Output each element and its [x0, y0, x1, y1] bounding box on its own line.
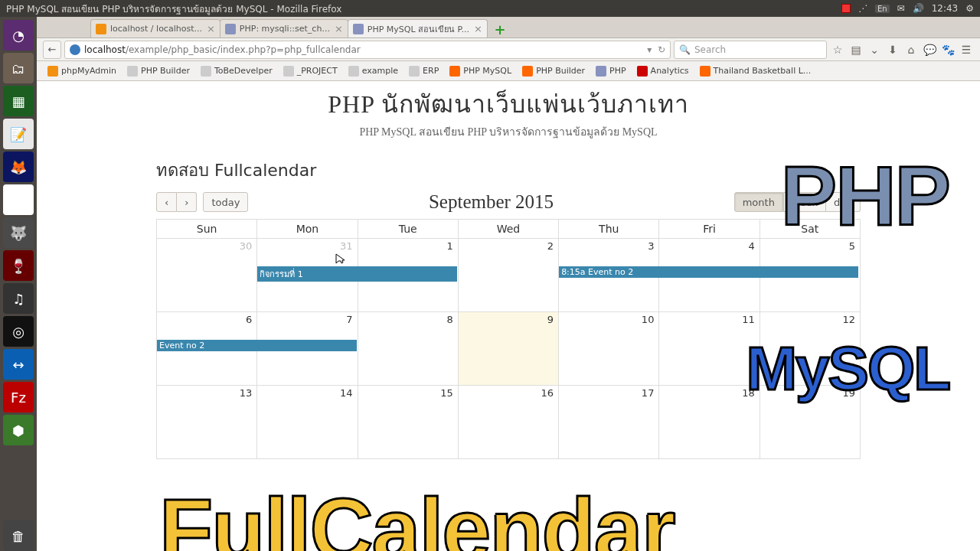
gear-icon[interactable]: ⚙: [965, 3, 974, 14]
url-bar[interactable]: localhost/example/php_basic/index.php?p=…: [64, 41, 671, 59]
back-button[interactable]: ←: [43, 41, 61, 59]
bookmark-item[interactable]: phpMyAdmin: [43, 64, 121, 78]
bookmark-item[interactable]: example: [344, 64, 403, 78]
bookmarks-bar: phpMyAdminPHP BuilderToBeDevelper_PROJEC…: [37, 61, 980, 81]
calendar-cell[interactable]: 6Event no 2: [157, 312, 257, 386]
chat-icon[interactable]: 💬: [922, 42, 937, 57]
calendar-cell[interactable]: 8: [358, 312, 458, 386]
calendar-event[interactable]: Event no 2: [157, 340, 357, 351]
calendar-toolbar: ‹ › today September 2015 month week day: [156, 191, 861, 213]
close-tab-icon[interactable]: ×: [335, 23, 343, 34]
calendar-event[interactable]: กิจกรรมที่ 1: [257, 266, 457, 282]
calendar-cell[interactable]: 17: [559, 386, 659, 459]
calendar-day-header: Sat: [760, 220, 860, 239]
wifi-icon[interactable]: ⋰: [858, 3, 867, 14]
bookmark-item[interactable]: PHP MySQL: [445, 64, 516, 78]
files-icon[interactable]: 🗂: [3, 53, 34, 83]
bookmark-item[interactable]: PHP Builder: [518, 64, 590, 78]
system-menubar: PHP MySQL สอนเขียน PHP บริหารจัดการฐานข้…: [0, 0, 980, 17]
record-icon[interactable]: [841, 4, 851, 13]
bookmark-item[interactable]: PHP Builder: [122, 64, 194, 78]
pocket-icon[interactable]: ⌄: [867, 42, 882, 57]
rings-icon[interactable]: ◎: [3, 316, 34, 347]
calendar-cell[interactable]: 15: [358, 386, 458, 459]
site-identity-icon: [70, 44, 80, 55]
downloads-icon[interactable]: ⬇: [885, 42, 900, 57]
audio-icon[interactable]: ♫: [3, 283, 34, 314]
window-title: PHP MySQL สอนเขียน PHP บริหารจัดการฐานข้…: [6, 2, 841, 16]
calendar-day-header: Tue: [358, 220, 458, 239]
chrome-icon[interactable]: ◉: [3, 184, 34, 215]
search-box[interactable]: 🔍 Search: [674, 41, 827, 59]
volume-icon[interactable]: 🔊: [913, 3, 924, 14]
view-day-button[interactable]: day: [826, 192, 861, 212]
overlay-fullcalendar: FullCalendar: [159, 479, 675, 551]
tab-strip: localhost / localhost...×PHP: mysqli::se…: [37, 17, 980, 38]
calendar-month-label: September 2015: [248, 191, 733, 213]
mail-icon[interactable]: ✉: [897, 3, 905, 14]
gimp-icon[interactable]: 🐺: [3, 217, 34, 248]
calendar-cell[interactable]: 14: [257, 386, 358, 459]
calendar-cell[interactable]: 2: [458, 239, 558, 312]
bookmark-item[interactable]: ToBeDevelper: [196, 64, 277, 78]
trash-icon[interactable]: 🗑: [3, 520, 34, 551]
close-tab-icon[interactable]: ×: [474, 23, 482, 34]
menu-icon[interactable]: ☰: [959, 42, 974, 57]
new-tab-button[interactable]: +: [492, 21, 508, 37]
system-indicators: ⋰ En ✉ 🔊 12:43 ⚙: [841, 3, 974, 14]
page-banner: PHP นักพัฒนาเว็บแพ่นเว้บภาเทา PHP MySQL …: [156, 81, 861, 146]
page-title: ทดสอบ Fullcalendar: [156, 157, 861, 184]
browser-window: localhost / localhost...×PHP: mysqli::se…: [37, 17, 980, 551]
calendar-cell[interactable]: 30: [157, 239, 257, 312]
browser-tab[interactable]: localhost / localhost...×: [90, 19, 220, 37]
bookmark-item[interactable]: ERP: [404, 64, 443, 78]
today-button[interactable]: today: [203, 192, 248, 212]
calendar-cell[interactable]: 38:15a Event no 2: [559, 239, 659, 312]
browser-tab[interactable]: PHP MySQL สอนเขียน P...×: [348, 19, 488, 37]
calendar-day-header: Wed: [458, 220, 558, 239]
search-icon: 🔍: [679, 44, 691, 55]
calendar-event[interactable]: 8:15a Event no 2: [559, 266, 858, 278]
home-icon[interactable]: ⌂: [903, 42, 919, 57]
bookmark-item[interactable]: PHP: [591, 64, 631, 78]
calendar-cell[interactable]: 13: [157, 386, 257, 459]
keyboard-layout[interactable]: En: [875, 5, 890, 13]
calendar-day-header: Mon: [257, 220, 358, 239]
spreadsheet-icon[interactable]: ▦: [3, 86, 34, 116]
next-button[interactable]: ›: [177, 192, 197, 212]
calendar-cell[interactable]: 9: [458, 312, 558, 386]
addon-icon[interactable]: 🐾: [940, 42, 956, 57]
view-month-button[interactable]: month: [734, 192, 783, 212]
view-week-button[interactable]: week: [783, 192, 826, 212]
calendar-cell[interactable]: 11: [659, 312, 760, 386]
teamviewer-icon[interactable]: ↔: [3, 349, 34, 380]
calendar-cell[interactable]: 19: [760, 386, 860, 459]
calendar-cell[interactable]: 12: [760, 312, 860, 386]
bookmark-item[interactable]: Thailand Basketball L...: [695, 64, 816, 78]
dash-icon[interactable]: ◔: [3, 20, 34, 51]
calendar-day-header: Fri: [659, 220, 760, 239]
reader-icon[interactable]: ▤: [848, 42, 864, 57]
devtool-icon[interactable]: ⬢: [3, 415, 34, 445]
bookmark-item[interactable]: Analytics: [632, 64, 694, 78]
editor-icon[interactable]: 📝: [3, 119, 34, 149]
bookmark-item[interactable]: _PROJECT: [279, 64, 342, 78]
calendar-cell[interactable]: 18: [659, 386, 760, 459]
calendar-day-header: Thu: [559, 220, 659, 239]
bookmark-star-icon[interactable]: ☆: [830, 42, 845, 57]
page-content: PHP นักพัฒนาเว็บแพ่นเว้บภาเทา PHP MySQL …: [37, 81, 980, 551]
clock[interactable]: 12:43: [932, 3, 959, 14]
filezilla-icon[interactable]: Fz: [3, 382, 34, 412]
browser-tab[interactable]: PHP: mysqli::set_ch...×: [220, 19, 348, 37]
wine-icon[interactable]: 🍷: [3, 250, 34, 281]
calendar-cell[interactable]: 16: [458, 386, 558, 459]
calendar-grid[interactable]: SunMonTueWedThuFriSat 3031กิจกรรมที่ 112…: [156, 219, 861, 459]
toolbar: ← localhost/example/php_basic/index.php?…: [37, 38, 980, 61]
prev-button[interactable]: ‹: [156, 192, 177, 212]
calendar-cell[interactable]: 31กิจกรรมที่ 1: [257, 239, 358, 312]
firefox-icon[interactable]: 🦊: [3, 152, 34, 182]
calendar-cell[interactable]: 10: [559, 312, 659, 386]
calendar-day-header: Sun: [157, 220, 257, 239]
unity-launcher: ◔ 🗂 ▦ 📝 🦊 ◉ 🐺 🍷 ♫ ◎ ↔ Fz ⬢ 🗑: [0, 17, 37, 551]
close-tab-icon[interactable]: ×: [207, 23, 215, 34]
